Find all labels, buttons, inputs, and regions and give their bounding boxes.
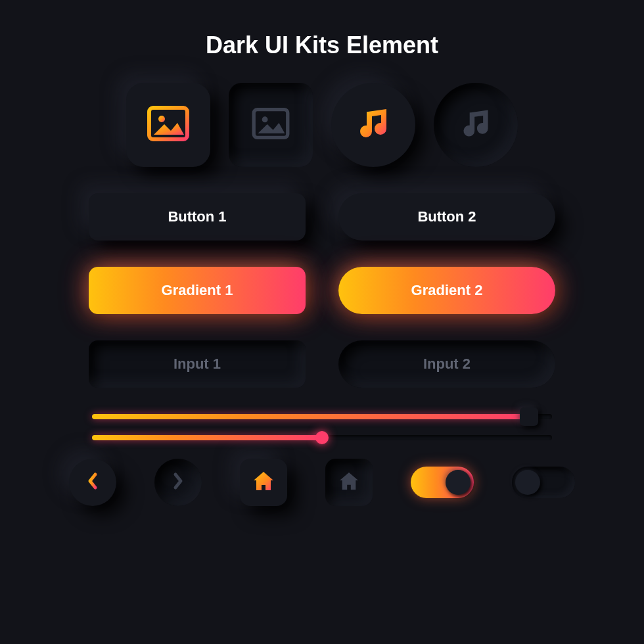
svg-point-3 [262,116,268,122]
slider-thumb[interactable] [520,407,538,426]
image-tile-inactive[interactable] [229,83,313,167]
slider-fill [92,414,529,419]
plain-button-row: Button 1 Button 2 [0,193,644,241]
svg-point-1 [158,116,165,122]
input-row: Input 1 Input 2 [0,340,644,388]
input-2[interactable]: Input 2 [338,340,555,388]
home-icon [338,471,359,494]
slider-1[interactable] [92,414,552,419]
music-icon [459,106,493,143]
gradient-button-row: Gradient 1 Gradient 2 [0,267,644,314]
music-icon [355,105,392,145]
slider-fill [92,435,322,440]
home-button-active[interactable] [240,459,287,506]
button-1[interactable]: Button 1 [89,193,306,241]
image-icon [147,106,189,144]
slider-thumb[interactable] [315,431,329,444]
input-1[interactable]: Input 1 [89,340,306,388]
button-label: Gradient 1 [162,282,233,299]
image-icon [252,108,290,142]
prev-button[interactable] [69,459,116,506]
home-icon [252,471,275,494]
toggle-knob [446,470,471,495]
toggle-on[interactable] [411,467,474,498]
page-title: Dark UI Kits Element [0,0,644,83]
gradient-button-1[interactable]: Gradient 1 [89,267,306,314]
toggle-off[interactable] [512,467,575,498]
music-tile-inactive[interactable] [434,83,518,167]
input-placeholder: Input 1 [173,356,221,373]
gradient-button-2[interactable]: Gradient 2 [338,267,555,314]
tile-row [0,83,644,167]
image-tile-active[interactable] [126,83,210,167]
next-button[interactable] [154,459,202,506]
button-2[interactable]: Button 2 [338,193,555,241]
music-tile-active[interactable] [331,83,415,167]
button-label: Button 2 [417,208,476,225]
input-placeholder: Input 2 [423,356,471,373]
toggle-knob [515,470,540,495]
button-label: Gradient 2 [411,282,483,299]
chevron-left-icon [86,472,99,493]
slider-2[interactable] [92,435,552,440]
nav-row [0,459,644,506]
home-button-inactive[interactable] [325,459,373,506]
chevron-right-icon [172,472,185,493]
button-label: Button 1 [168,208,226,225]
